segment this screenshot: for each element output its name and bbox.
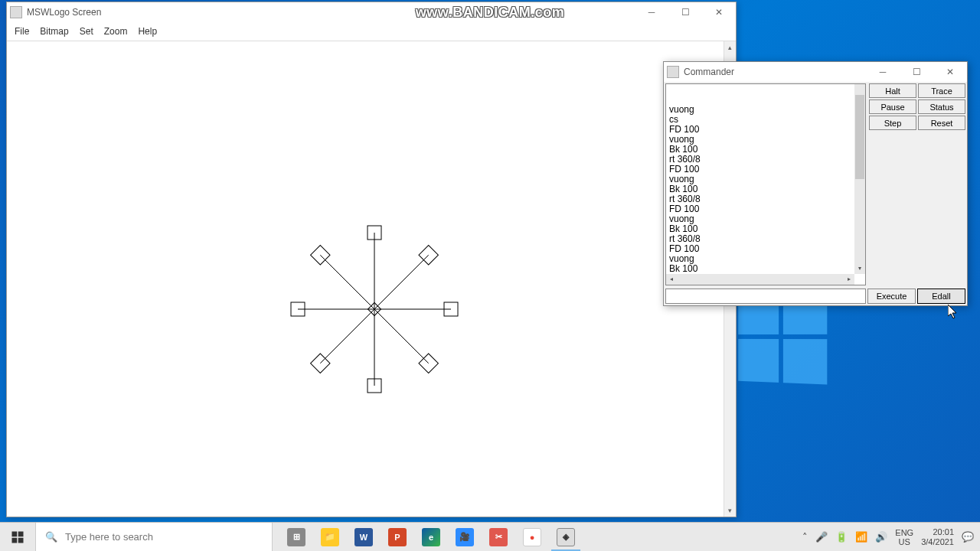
history-scrollbar-h[interactable]: ◂ ▸ [666, 274, 854, 285]
tray-language[interactable]: ENG US [895, 528, 913, 546]
svg-rect-17 [12, 531, 18, 536]
taskbar-search[interactable]: 🔍 Type here to search [35, 523, 273, 551]
svg-line-10 [320, 309, 374, 364]
edge-button[interactable]: e [415, 523, 447, 551]
reset-button[interactable]: Reset [918, 116, 965, 130]
mswlogo-taskbar-button[interactable]: ◈ [550, 523, 582, 551]
history-line[interactable]: Bk 100 [669, 264, 862, 274]
search-icon: 🔍 [45, 531, 57, 543]
pause-button[interactable]: Pause [869, 99, 916, 114]
status-button[interactable]: Status [918, 99, 965, 114]
taskbar: 🔍 Type here to search ⊞ 📁 W P e 🎥 ✂ ● ◈ … [0, 522, 980, 551]
app-icon [10, 6, 22, 18]
svg-rect-20 [18, 537, 24, 543]
scroll-up-icon[interactable]: ▴ [724, 41, 736, 54]
tray-clock[interactable]: 20:01 3/4/2021 [921, 527, 954, 547]
scroll-down-icon[interactable]: ▾ [724, 504, 736, 517]
history-line[interactable]: vuong [669, 254, 862, 264]
zoom-button[interactable]: 🎥 [449, 523, 481, 551]
tray-wifi-icon[interactable]: 📶 [855, 531, 867, 543]
minimize-button[interactable]: ─ [635, 2, 668, 22]
history-line[interactable]: FD 100 [669, 165, 862, 174]
tray-volume-icon[interactable]: 🔊 [875, 531, 887, 543]
svg-rect-19 [12, 537, 18, 543]
execute-button[interactable]: Execute [867, 289, 916, 304]
svg-line-14 [320, 255, 374, 309]
turtle-graphics [7, 41, 725, 517]
maximize-button[interactable]: ☐ [668, 2, 702, 22]
svg-line-2 [374, 255, 429, 309]
trace-button[interactable]: Trace [918, 83, 965, 98]
halt-button[interactable]: Halt [869, 83, 916, 98]
windows-icon [11, 530, 24, 544]
tray-mic-icon[interactable]: 🎤 [815, 531, 828, 543]
svg-rect-18 [18, 531, 24, 536]
edall-button[interactable]: Edall [917, 289, 965, 304]
svg-line-6 [374, 309, 429, 364]
bandicam-watermark: www.BANDICAM.com [416, 5, 564, 21]
history-line[interactable]: FD 100 [669, 204, 862, 214]
mswlogo-window: MSWLogo Screen ─ ☐ ✕ File Bitmap Set Zoo… [6, 2, 737, 517]
scroll-left-icon[interactable]: ◂ [666, 274, 677, 285]
tray-battery-icon[interactable]: 🔋 [835, 531, 848, 543]
command-input[interactable] [665, 289, 866, 304]
menu-file[interactable]: File [15, 26, 29, 37]
word-button[interactable]: W [348, 523, 380, 551]
step-button[interactable]: Step [869, 116, 916, 130]
menu-set[interactable]: Set [80, 26, 93, 37]
tray-time: 20:01 [921, 527, 954, 537]
commander-buttons: Halt Trace Pause Status Step Reset [867, 82, 967, 287]
system-tray: ˄ 🎤 🔋 📶 🔊 ENG US 20:01 3/4/2021 💬 [802, 523, 980, 551]
tray-date: 3/4/2021 [921, 537, 954, 547]
snip-button[interactable]: ✂ [482, 523, 514, 551]
history-line[interactable]: vuong [669, 174, 862, 184]
command-history[interactable]: vuongcsFD 100vuongBk 100rt 360/8FD 100vu… [665, 83, 866, 285]
scroll-down-icon[interactable]: ▾ [854, 263, 865, 274]
tray-notifications-icon[interactable]: 💬 [962, 531, 974, 543]
start-button[interactable] [0, 523, 35, 551]
history-line[interactable]: FD 100 [669, 125, 862, 135]
commander-close-button[interactable]: ✕ [933, 62, 967, 82]
file-explorer-button[interactable]: 📁 [314, 523, 346, 551]
history-line[interactable]: vuong [669, 105, 862, 115]
menu-help[interactable]: Help [138, 26, 157, 37]
commander-minimize-button[interactable]: ─ [866, 62, 900, 82]
scroll-right-icon[interactable]: ▸ [844, 274, 854, 285]
menu-zoom[interactable]: Zoom [104, 26, 128, 37]
history-line[interactable]: vuong [669, 135, 862, 145]
commander-titlebar[interactable]: Commander ─ ☐ ✕ [664, 62, 967, 82]
powerpoint-button[interactable]: P [381, 523, 413, 551]
menu-bitmap[interactable]: Bitmap [40, 26, 68, 37]
drawing-canvas[interactable]: ▴ ▾ [7, 41, 736, 517]
history-line[interactable]: vuong [669, 214, 862, 224]
menubar: File Bitmap Set Zoom Help [7, 22, 736, 41]
scroll-thumb[interactable] [855, 95, 864, 179]
history-line[interactable]: FD 100 [669, 244, 862, 254]
commander-window: Commander ─ ☐ ✕ vuongcsFD 100vuongBk 100… [663, 61, 968, 306]
history-scrollbar-v[interactable]: ▴ ▾ [854, 84, 865, 274]
task-view-button[interactable]: ⊞ [280, 523, 312, 551]
close-button[interactable]: ✕ [702, 2, 736, 22]
commander-title: Commander [684, 67, 866, 77]
chrome-button[interactable]: ● [516, 523, 548, 551]
main-titlebar[interactable]: MSWLogo Screen ─ ☐ ✕ [7, 2, 736, 22]
commander-icon [667, 66, 679, 78]
commander-maximize-button[interactable]: ☐ [900, 62, 933, 82]
tray-chevron-icon[interactable]: ˄ [802, 531, 808, 543]
search-placeholder: Type here to search [65, 531, 153, 543]
